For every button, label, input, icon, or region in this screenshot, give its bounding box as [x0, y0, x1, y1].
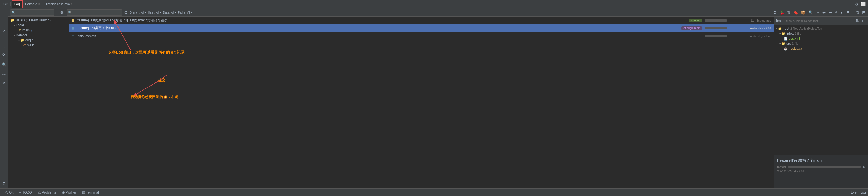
collapse-icon[interactable]: ⊟ [861, 10, 866, 15]
branch-search-input[interactable] [11, 11, 53, 14]
main-tag: 🏷 main [689, 19, 702, 22]
status-profiler[interactable]: ◉ Profiler [59, 189, 80, 196]
head-branch-item[interactable]: 📁 HEAD (Current Branch) [8, 18, 69, 23]
branch-filter-label: Branch: All [130, 11, 145, 14]
tab-console[interactable]: Console × [23, 0, 42, 8]
branch-filter[interactable]: Branch: All ▾ [130, 11, 146, 14]
edit-icon[interactable]: ✏ [1, 71, 7, 78]
chevron-down-icon: ▾ [175, 11, 176, 14]
maximize-icon[interactable]: ⬜ [860, 1, 866, 7]
file-count: 1 file [792, 42, 798, 45]
expand-icon: ▾ [779, 32, 781, 35]
commit-icon[interactable]: ✓ [1, 28, 7, 34]
paths-filter[interactable]: Paths: All ▾ [178, 11, 193, 14]
pull-icon[interactable]: ↓ [1, 43, 7, 50]
status-todo[interactable]: ≡ TODO [17, 189, 35, 196]
remote-main-item[interactable]: 🏷 main [8, 43, 69, 48]
commit-detail-title: [feature]Test类写了个main [777, 158, 865, 163]
star-icon[interactable]: ★ [1, 79, 7, 86]
nav-back-icon[interactable]: ‹ [1, 10, 7, 17]
user-filter[interactable]: User: All ▾ [148, 11, 161, 14]
tab-history[interactable]: History: Test.java × [42, 0, 75, 8]
origin-group[interactable]: ▾ 📁 origin [8, 38, 69, 43]
stash-icon[interactable]: 📦 [800, 10, 806, 15]
commit-row[interactable]: [feature]Test类写了个main 🏷 origin/main Yest… [69, 25, 774, 32]
cherry-pick-icon[interactable]: 🍒 [779, 10, 785, 15]
remote-group[interactable]: ▾ Remote [8, 33, 69, 38]
file-name: Test.java [789, 46, 802, 51]
push-icon[interactable]: ↑ [1, 36, 7, 42]
refresh-icon[interactable]: ⟳ [773, 10, 778, 15]
date-filter[interactable]: Date: All ▾ [163, 11, 176, 14]
expand-icon[interactable]: ↔ [815, 10, 820, 15]
branch-panel: 📁 HEAD (Current Branch) ▾ Local 🏷 main ↑… [8, 17, 69, 188]
git-label: Git: [2, 2, 10, 6]
sort-icon[interactable]: ⇅ [855, 10, 860, 15]
local-group[interactable]: ▾ Local [8, 23, 69, 28]
java-icon: ☕ [784, 47, 788, 51]
file-item[interactable]: ☕ Test.java [774, 46, 868, 51]
redo-icon[interactable]: ↪ [828, 10, 833, 15]
close-icon[interactable]: × [71, 2, 73, 5]
status-todo-label: TODO [22, 191, 32, 194]
annotation-log-text: 选择Log窗口，这里可以看见所有的 git 记录 [108, 50, 185, 55]
local-main-item[interactable]: 🏷 main ↑ [8, 28, 69, 33]
tab-log[interactable]: Log [12, 0, 23, 8]
branch-tree-icon[interactable]: ⑂ [834, 10, 838, 15]
file-name: .idea [786, 32, 794, 36]
expand-tree-icon[interactable]: ⇅ [855, 18, 860, 24]
todo-icon: ≡ [19, 191, 21, 194]
commit-search-box[interactable] [67, 9, 122, 15]
filter-icon[interactable]: ▼ [839, 10, 844, 15]
layout-icon[interactable]: ⊞ [845, 10, 850, 15]
status-terminal[interactable]: ▤ Terminal [80, 189, 102, 196]
commit-row[interactable]: Initial commit Yesterday 21:43 [69, 32, 774, 40]
settings-icon[interactable]: ⚙ [854, 1, 859, 7]
file-tree-title: Test 2 files A:\ideaProject\Test [776, 19, 818, 23]
remote-label: Remote [16, 33, 28, 37]
commit-search-input[interactable] [68, 11, 121, 14]
file-item[interactable]: ▾ 📁 src 1 file [774, 41, 868, 46]
commit-tags: 🏷 origin/main [681, 26, 702, 30]
commit-hash-bar [705, 20, 727, 22]
folder-icon: 📁 [20, 39, 24, 42]
search-icon[interactable]: 🔍 [1, 61, 7, 68]
file-item[interactable]: ▾ 📁 .idea 1 file [774, 31, 868, 36]
annotation-commit-label: 提交 [158, 78, 165, 83]
fetch-icon[interactable]: ⟳ [1, 51, 7, 58]
commit-message: [feature]Test类写了个main [76, 26, 681, 31]
file-path: A:\ideaProject\Test [799, 27, 823, 30]
commit-dot [72, 19, 74, 22]
tag-icon[interactable]: 🔖 [793, 10, 799, 15]
user-filter-label: User: All [148, 11, 159, 14]
settings-icon[interactable]: ⚙ [59, 10, 64, 15]
status-problems[interactable]: ⚠ Problems [35, 189, 59, 196]
merge-icon[interactable]: ⇅ [786, 10, 792, 15]
commit-tags: 🏷 main [689, 19, 702, 22]
settings-icon[interactable]: ⚙ [1, 180, 7, 187]
status-event-log[interactable]: Event Log [851, 191, 866, 194]
expand-icon: ▾ [779, 42, 781, 45]
git-icon: ◎ [5, 191, 8, 194]
file-item[interactable]: 📄 vcs.xml [774, 36, 868, 41]
branch-search-box[interactable] [10, 9, 55, 15]
status-git[interactable]: ◎ Git [2, 189, 17, 196]
problems-icon: ⚠ [38, 191, 41, 194]
close-icon[interactable]: × [38, 2, 40, 5]
git-panel: ⚙ ⚙ Branch: All ▾ User: All ▾ Date: All [8, 8, 868, 188]
commit-row[interactable]: [feature]Test类新增amend方法 [fix]Test类amend方… [69, 17, 774, 25]
file-item[interactable]: ▾ 📁 Test 2 files A:\ideaProject\Test [774, 26, 868, 31]
commit-time: Yesterday 21:43 [730, 34, 771, 38]
search-commits-icon[interactable]: 🔍 [807, 10, 814, 15]
head-label: HEAD (Current Branch) [16, 18, 51, 22]
hash-label: f6dfdd [777, 165, 786, 168]
collapse-tree-icon[interactable]: ⊟ [861, 18, 866, 24]
file-name: vcs.xml [789, 37, 800, 40]
filter-bar: Branch: All ▾ User: All ▾ Date: All ▾ Pa… [130, 11, 769, 14]
filter-settings-icon[interactable]: ⚙ [123, 10, 129, 15]
undo-icon[interactable]: ↩ [822, 10, 827, 15]
profiler-icon: ◉ [62, 191, 65, 194]
tag-icon: 🏷 [683, 27, 686, 30]
local-main-label: main [23, 28, 30, 32]
nav-forward-icon[interactable]: › [1, 18, 7, 25]
